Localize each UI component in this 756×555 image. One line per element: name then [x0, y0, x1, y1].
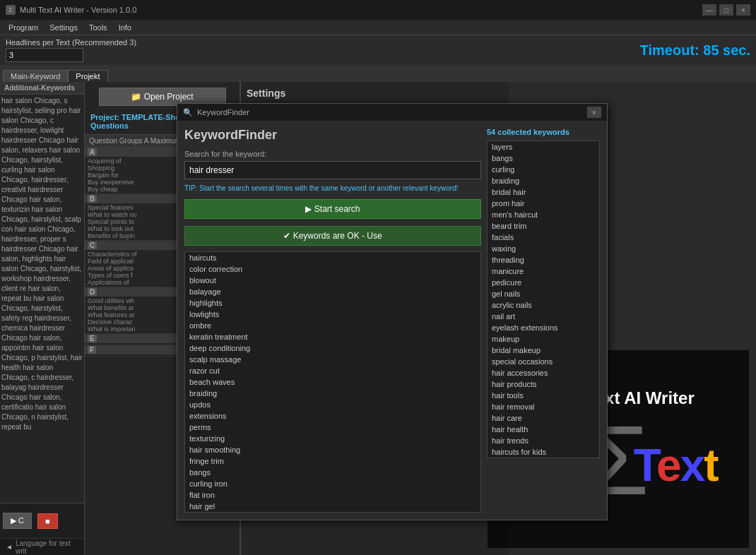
list-item[interactable]: hair care [488, 412, 599, 424]
tab-main-keyword[interactable]: Main-Keyword [3, 70, 68, 82]
list-item[interactable]: hair removal [488, 401, 599, 412]
list-item[interactable]: pedicure [488, 277, 599, 288]
menu-info[interactable]: Info [113, 20, 137, 35]
list-item[interactable]: updos [185, 399, 480, 410]
list-item[interactable]: hair mousse [185, 512, 480, 513]
kf-body: KeywordFinder Search for the keyword: TI… [177, 121, 607, 520]
group-c-badge: C [88, 241, 97, 249]
list-item[interactable]: makeup [488, 333, 599, 345]
list-item[interactable]: manicure [488, 265, 599, 277]
list-item[interactable]: fringe trim [185, 455, 480, 467]
list-item[interactable]: acrylic nails [488, 299, 599, 311]
list-item[interactable]: hair accessories [488, 367, 599, 378]
list-item[interactable]: hair trends [488, 435, 599, 446]
menu-tools[interactable]: Tools [83, 20, 113, 35]
list-item[interactable]: flat iron [185, 489, 480, 501]
group-f-badge: F [88, 346, 96, 354]
list-item[interactable]: balayage [185, 286, 480, 297]
list-item[interactable]: razor cut [185, 365, 480, 376]
list-item[interactable]: hair tools [488, 390, 599, 401]
list-item[interactable]: curling [488, 164, 599, 175]
list-item[interactable]: hair gel [185, 501, 480, 512]
list-item[interactable]: layers [488, 141, 599, 153]
list-item[interactable]: bridal hair [488, 186, 599, 198]
language-bar: ◄ Language for text writ [0, 538, 84, 555]
list-item[interactable]: ombre [185, 320, 480, 331]
menu-bar: Program Settings Tools Info [0, 20, 756, 35]
list-item[interactable]: bridal makeup [488, 345, 599, 356]
menu-settings[interactable]: Settings [44, 20, 83, 35]
kf-start-search-button[interactable]: ▶ Start search [184, 199, 481, 219]
group-b-badge: B [88, 195, 97, 203]
group-e-badge: E [88, 335, 97, 342]
list-item[interactable]: keratin treatment [185, 331, 480, 342]
list-item[interactable]: haircuts for seni [488, 458, 599, 458]
close-button[interactable]: × [736, 4, 750, 16]
sidebar-content: hair salon Chicago, s hairstylist, selli… [0, 95, 84, 503]
list-item[interactable]: waxing [488, 243, 599, 254]
timeout-display: Timeout: 85 sec. [640, 42, 750, 59]
lang-arrow-icon[interactable]: ◄ [6, 543, 13, 551]
sidebar-keywords: hair salon Chicago, s hairstylist, selli… [1, 96, 83, 432]
kf-left-panel: KeywordFinder Search for the keyword: TI… [184, 128, 481, 513]
kf-tip-text: TIP: Start the search several times with… [184, 184, 481, 193]
list-item[interactable]: braiding [488, 175, 599, 186]
top-area: Headlines per Text (Recommended 3) Timeo… [0, 35, 756, 65]
bottom-control-area: ▶ C ■ [0, 503, 84, 538]
list-item[interactable]: lowlights [185, 309, 480, 320]
list-item[interactable]: men's haircut [488, 209, 599, 220]
list-item[interactable]: curling iron [185, 478, 480, 489]
maximize-button[interactable]: □ [719, 4, 733, 16]
kf-search-input[interactable] [184, 161, 481, 179]
minimize-button[interactable]: — [702, 4, 716, 16]
list-item[interactable]: haircuts for kids [488, 446, 599, 458]
kf-collected-list[interactable]: layers bangs curling braiding bridal hai… [487, 141, 600, 458]
app-icon: Σ [6, 5, 16, 15]
main-content: 📁 Open Project Project: TEMPLATE-Shoppin… [85, 82, 756, 555]
app-title: Multi Text AI Writer - Version 1.0.0 [20, 6, 136, 14]
text-overlay: Text [634, 439, 718, 491]
kf-keyword-list[interactable]: haircuts color correction blowout balaya… [184, 251, 481, 513]
list-item[interactable]: threading [488, 254, 599, 265]
kf-window-title: KeywordFinder [197, 108, 249, 117]
list-item[interactable]: nail art [488, 311, 599, 322]
list-item[interactable]: haircuts [185, 252, 480, 263]
menu-program[interactable]: Program [3, 20, 44, 35]
title-bar: Σ Multi Text AI Writer - Version 1.0.0 —… [0, 0, 756, 20]
list-item[interactable]: texturizing [185, 433, 480, 444]
list-item[interactable]: prom hair [488, 198, 599, 209]
stop-button[interactable]: ■ [37, 513, 58, 529]
list-item[interactable]: gel nails [488, 288, 599, 299]
tab-projekt[interactable]: Projekt [68, 70, 107, 82]
list-item[interactable]: facials [488, 232, 599, 243]
list-item[interactable]: bangs [488, 153, 599, 164]
kf-search-label: Search for the keyword: [184, 150, 481, 158]
kf-main-title: KeywordFinder [184, 128, 481, 143]
list-item[interactable]: color correction [185, 263, 480, 275]
kf-close-button[interactable]: × [587, 107, 601, 118]
list-item[interactable]: beach waves [185, 376, 480, 388]
list-item[interactable]: bangs [185, 467, 480, 478]
run-button[interactable]: ▶ C [3, 513, 32, 529]
list-item[interactable]: hair products [488, 378, 599, 390]
list-item[interactable]: perms [185, 422, 480, 433]
list-item[interactable]: extensions [185, 410, 480, 422]
list-item[interactable]: braiding [185, 388, 480, 399]
list-item[interactable]: eyelash extensions [488, 322, 599, 333]
list-item[interactable]: highlights [185, 297, 480, 309]
keyword-finder-window: 🔍 KeywordFinder × KeywordFinder Search f… [177, 103, 608, 520]
sidebar-header: Additional-Keywords [0, 82, 84, 95]
headlines-label: Headlines per Text (Recommended 3) [6, 38, 136, 47]
list-item[interactable]: hair health [488, 424, 599, 435]
list-item[interactable]: beard trim [488, 220, 599, 232]
headlines-input[interactable] [6, 48, 83, 62]
list-item[interactable]: blowout [185, 275, 480, 286]
list-item[interactable]: special occasions [488, 356, 599, 367]
list-item[interactable]: deep conditioning [185, 342, 480, 354]
list-item[interactable]: hair smoothing [185, 444, 480, 455]
settings-title: Settings [247, 88, 503, 99]
kf-ok-button[interactable]: ✔ Keywords are OK - Use [184, 226, 481, 246]
question-groups-label: Question Groups A [89, 137, 148, 145]
group-a-badge: A [88, 148, 97, 156]
list-item[interactable]: scalp massage [185, 354, 480, 365]
